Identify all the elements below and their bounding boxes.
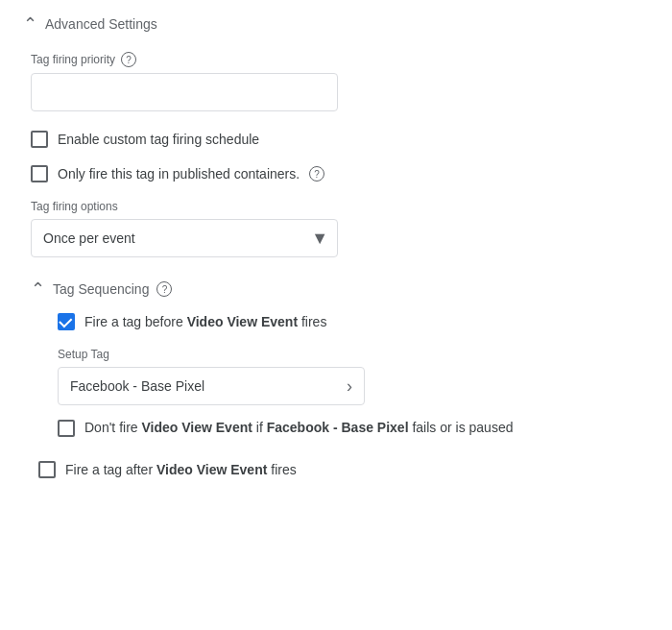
dont-fire-row: Don't fire Video View Event if Facebook … [31,419,649,438]
setup-tag-select[interactable]: Facebook - Base Pixel › [58,367,365,405]
enable-custom-schedule-label: Enable custom tag firing schedule [58,132,259,147]
fire-before-row: Fire a tag before Video View Event fires [31,313,649,330]
tag-firing-options-select-wrapper: Once per event Once per page Unlimited ▼ [31,219,338,257]
tag-firing-priority-input[interactable] [31,73,338,111]
tag-sequencing-help-icon[interactable]: ? [156,281,172,297]
dont-fire-checkbox[interactable] [58,420,75,437]
only-fire-published-label: Only fire this tag in published containe… [58,166,300,182]
tag-firing-priority-label: Tag firing priority ? [31,52,649,67]
fire-before-checkbox[interactable] [58,313,75,330]
chevron-down-icon: ⌃ [23,15,37,33]
tag-firing-priority-help-icon[interactable]: ? [121,52,136,67]
fire-after-row: Fire a tag after Video View Event fires [31,461,649,478]
tag-sequencing-section: ⌃ Tag Sequencing ? Fire a tag before Vid… [23,280,649,478]
setup-tag-value: Facebook - Base Pixel [70,378,204,394]
tag-sequencing-title: Tag Sequencing [53,281,149,297]
advanced-settings-title: Advanced Settings [45,16,157,32]
tag-sequencing-chevron-icon: ⌃ [31,280,45,298]
tag-firing-options-group: Tag firing options Once per event Once p… [23,200,649,257]
dont-fire-label: Don't fire Video View Event if Facebook … [84,419,513,438]
tag-sequencing-header: ⌃ Tag Sequencing ? [31,280,649,298]
only-fire-published-row: Only fire this tag in published containe… [23,165,649,182]
fire-after-checkbox[interactable] [38,461,56,478]
fire-after-label: Fire a tag after Video View Event fires [65,462,297,477]
only-fire-published-checkbox[interactable] [31,165,48,182]
setup-tag-arrow-icon: › [347,376,352,397]
setup-tag-label: Setup Tag [31,348,649,361]
only-fire-published-help-icon[interactable]: ? [309,166,324,182]
advanced-settings-header[interactable]: ⌃ Advanced Settings [23,15,649,33]
tag-firing-options-select[interactable]: Once per event Once per page Unlimited [31,219,338,257]
tag-firing-options-label: Tag firing options [31,200,649,213]
enable-custom-schedule-row: Enable custom tag firing schedule [23,131,649,148]
tag-firing-priority-group: Tag firing priority ? [23,52,649,111]
enable-custom-schedule-checkbox[interactable] [31,131,48,148]
fire-before-label: Fire a tag before Video View Event fires [84,314,326,329]
